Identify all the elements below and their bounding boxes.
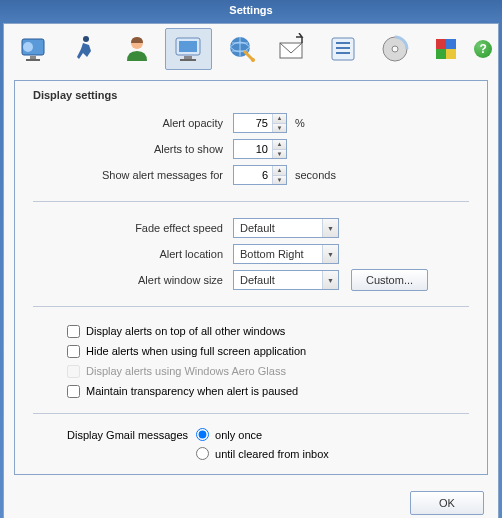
alerts-to-show-label: Alerts to show: [33, 143, 233, 155]
fullscreen-label: Hide alerts when using full screen appli…: [86, 345, 306, 357]
show-for-spinner[interactable]: ▲▼: [233, 165, 287, 185]
titlebar: Settings: [0, 0, 502, 20]
alerts-to-show-input[interactable]: [234, 140, 272, 158]
svg-rect-21: [436, 49, 446, 59]
aero-label: Display alerts using Windows Aero Glass: [86, 365, 286, 377]
panel-title: Display settings: [33, 89, 469, 101]
display-settings-panel: Display settings Alert opacity ▲▼ % Aler…: [14, 80, 488, 475]
svg-rect-19: [436, 39, 446, 49]
user-icon: [121, 33, 153, 65]
fullscreen-checkbox[interactable]: [67, 345, 80, 358]
tab-puzzle[interactable]: [423, 28, 471, 70]
transparency-label: Maintain transparency when alert is paus…: [86, 385, 298, 397]
radio-until-cleared[interactable]: until cleared from inbox: [196, 447, 329, 460]
fade-speed-combo[interactable]: Default ▼: [233, 218, 339, 238]
svg-rect-9: [180, 59, 196, 61]
svg-rect-20: [446, 39, 456, 49]
chevron-down-icon[interactable]: ▼: [322, 271, 338, 289]
alert-opacity-spinner[interactable]: ▲▼: [233, 113, 287, 133]
help-button[interactable]: ?: [474, 40, 492, 58]
window-size-label: Alert window size: [33, 274, 233, 286]
tab-monitor[interactable]: [10, 28, 58, 70]
disc-icon: [379, 33, 411, 65]
display-icon: [173, 33, 205, 65]
svg-rect-12: [280, 43, 302, 58]
svg-rect-8: [184, 56, 192, 59]
svg-point-18: [392, 46, 398, 52]
radio-only-once[interactable]: only once: [196, 428, 329, 441]
spin-down-icon[interactable]: ▼: [273, 124, 286, 133]
running-person-icon: [69, 33, 101, 65]
transparency-checkbox[interactable]: [67, 385, 80, 398]
spin-up-icon[interactable]: ▲: [273, 166, 286, 176]
gmail-label: Display Gmail messages: [67, 428, 188, 441]
fade-speed-label: Fade effect speed: [33, 222, 233, 234]
tab-network[interactable]: [216, 28, 264, 70]
until-cleared-label: until cleared from inbox: [215, 448, 329, 460]
custom-button[interactable]: Custom...: [351, 269, 428, 291]
spin-down-icon[interactable]: ▼: [273, 150, 286, 159]
until-cleared-radio[interactable]: [196, 447, 209, 460]
percent-unit: %: [295, 117, 305, 129]
alert-opacity-label: Alert opacity: [33, 117, 233, 129]
content-area: ? Display settings Alert opacity ▲▼ % Al…: [3, 23, 499, 518]
on-top-label: Display alerts on top of all other windo…: [86, 325, 285, 337]
puzzle-icon: [430, 33, 462, 65]
tab-list[interactable]: [319, 28, 367, 70]
on-top-checkbox[interactable]: [67, 325, 80, 338]
svg-rect-2: [30, 56, 36, 59]
aero-checkbox: [67, 365, 80, 378]
only-once-radio[interactable]: [196, 428, 209, 441]
divider: [33, 413, 469, 414]
chevron-down-icon[interactable]: ▼: [322, 245, 338, 263]
monitor-icon: [18, 33, 50, 65]
envelope-icon: [276, 33, 308, 65]
tab-display[interactable]: [165, 28, 213, 70]
spin-up-icon[interactable]: ▲: [273, 114, 286, 124]
tab-mail[interactable]: [268, 28, 316, 70]
spin-up-icon[interactable]: ▲: [273, 140, 286, 150]
tab-disc[interactable]: [371, 28, 419, 70]
svg-point-1: [23, 42, 33, 52]
alert-location-combo[interactable]: Bottom Right ▼: [233, 244, 339, 264]
svg-point-11: [251, 58, 255, 62]
spin-down-icon[interactable]: ▼: [273, 176, 286, 185]
alert-location-label: Alert location: [33, 248, 233, 260]
alert-location-value: Bottom Right: [234, 245, 322, 263]
tab-person-run[interactable]: [62, 28, 110, 70]
chevron-down-icon[interactable]: ▼: [322, 219, 338, 237]
window-size-combo[interactable]: Default ▼: [233, 270, 339, 290]
svg-rect-22: [446, 49, 456, 59]
alerts-to-show-spinner[interactable]: ▲▼: [233, 139, 287, 159]
alert-opacity-input[interactable]: [234, 114, 272, 132]
divider: [33, 306, 469, 307]
seconds-unit: seconds: [295, 169, 336, 181]
toolbar: ?: [4, 24, 498, 74]
tab-user[interactable]: [113, 28, 161, 70]
window-size-value: Default: [234, 271, 322, 289]
show-for-label: Show alert messages for: [33, 169, 233, 181]
list-icon: [327, 33, 359, 65]
settings-window: Settings: [0, 0, 502, 518]
svg-rect-7: [179, 41, 197, 52]
only-once-label: only once: [215, 429, 262, 441]
footer: OK: [4, 485, 498, 518]
divider: [33, 201, 469, 202]
svg-point-4: [83, 36, 89, 42]
globe-icon: [224, 33, 256, 65]
show-for-input[interactable]: [234, 166, 272, 184]
fade-speed-value: Default: [234, 219, 322, 237]
svg-rect-3: [26, 59, 40, 61]
ok-button[interactable]: OK: [410, 491, 484, 515]
